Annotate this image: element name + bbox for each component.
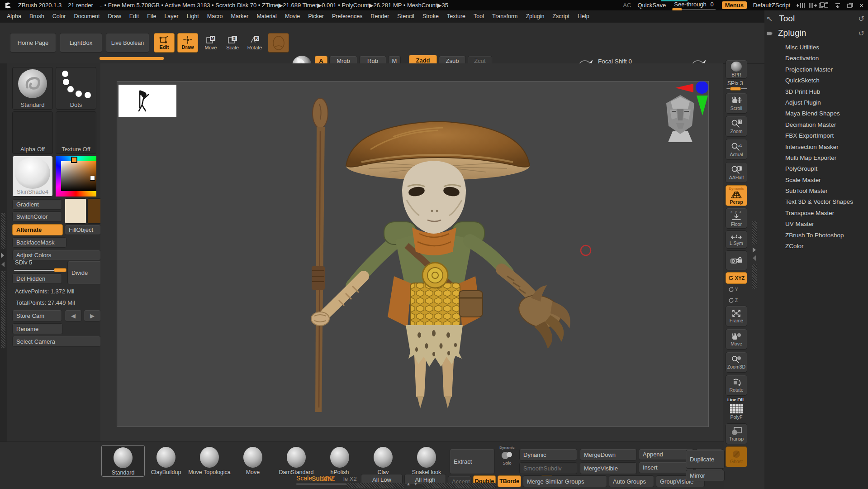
spix-handle[interactable] [730, 87, 741, 91]
alternate-button[interactable]: Alternate [12, 224, 63, 235]
zplugin-menu-item[interactable]: UV Master [764, 219, 868, 230]
polyf-button[interactable]: PolyF [726, 403, 747, 421]
zplugin-menu-item[interactable]: Misc Utilities [764, 42, 868, 53]
zplugin-menu-item[interactable]: PolyGroupIt [764, 163, 868, 174]
mirror-button[interactable]: Mirror [686, 470, 725, 481]
zplugin-menu-item[interactable]: Scale Master [764, 175, 868, 186]
divide-button[interactable]: Divide [67, 261, 102, 284]
menu-item[interactable]: Preferences [328, 10, 366, 23]
lsym-button[interactable]: L.Sym [726, 230, 747, 249]
sculpt-scene[interactable] [117, 82, 708, 427]
extract-button[interactable]: Extract [450, 449, 495, 474]
menu-item[interactable]: Zscript [548, 10, 574, 23]
floor-button[interactable]: x y z Floor [726, 208, 747, 229]
current-stroke-thumb[interactable]: Dots [56, 67, 96, 110]
move3d-button[interactable]: Move [726, 329, 747, 350]
zplugin-palette-title[interactable]: Zplugin [778, 28, 806, 38]
dynamic-subdiv-button[interactable]: Dynamic [519, 449, 577, 460]
transp-button[interactable]: Transp [726, 423, 747, 444]
select-camera-button[interactable]: Select Camera [12, 336, 101, 347]
minimize-button[interactable] [835, 3, 841, 8]
current-material-thumb[interactable]: SkinShade4 [12, 156, 53, 197]
zplugin-refresh-icon[interactable]: ↺ [859, 29, 864, 38]
scroll-down-button[interactable]: ▼ [413, 481, 418, 486]
right-tray-splitter[interactable] [752, 221, 757, 289]
cam-next-button[interactable]: ▶ [84, 310, 101, 321]
canvas-area[interactable] [100, 63, 723, 441]
menu-item[interactable]: File [143, 10, 160, 23]
tool-back-icon[interactable]: ↖ [766, 14, 773, 24]
tray-toggle-icons[interactable] [797, 2, 828, 9]
gradient-button[interactable]: Gradient [12, 199, 62, 210]
menu-item[interactable]: Layer [160, 10, 182, 23]
sdiv-handle[interactable] [54, 268, 66, 272]
mergedown-button[interactable]: MergeDown [580, 449, 637, 460]
solo-block[interactable]: Dynamic Solo [497, 446, 517, 465]
cam-prev-button[interactable]: ◀ [65, 310, 82, 321]
switchcolor-button[interactable]: SwitchColor [12, 211, 62, 222]
live-boolean-button[interactable]: Live Boolean [106, 33, 149, 53]
brush-slot[interactable]: Standard [101, 445, 145, 477]
duplicate-button[interactable]: Duplicate [686, 450, 725, 469]
brush-slot[interactable]: Move [232, 445, 274, 476]
frame-button[interactable]: Frame [726, 306, 747, 326]
menu-item[interactable]: Macro [203, 10, 227, 23]
del-hidden-button[interactable]: Del Hidden [12, 273, 62, 284]
current-alpha-thumb[interactable]: Alpha Off [12, 111, 53, 154]
rotate-z-button[interactable]: Z [728, 297, 738, 303]
brush-slot[interactable]: SnakeHook [405, 445, 448, 476]
menus-button[interactable]: Menus [722, 1, 747, 9]
zplugin-menu-item[interactable]: Maya Blend Shapes [764, 108, 868, 119]
home-page-button[interactable]: Home Page [10, 33, 56, 53]
left-tray-splitter[interactable] [0, 63, 7, 441]
menu-item[interactable]: Help [574, 10, 593, 23]
axis-z-ball[interactable] [696, 82, 708, 94]
rotate-gizmo-button[interactable]: R Rotate [244, 33, 265, 53]
current-texture-thumb[interactable]: Texture Off [56, 111, 96, 154]
zplugin-menu-item[interactable]: Adjust Plugin [764, 97, 868, 108]
rotate-y-button[interactable]: Y [728, 287, 738, 292]
menu-item[interactable]: Stroke [418, 10, 443, 23]
zplugin-menu-item[interactable]: SubTool Master [764, 186, 868, 197]
scale-gizmo-button[interactable]: S Scale [223, 33, 242, 53]
zplugin-menu-item[interactable]: FBX ExportImport [764, 130, 868, 141]
zoom-button[interactable]: Zoom [726, 116, 747, 137]
menu-item[interactable]: Document [70, 10, 104, 23]
zplugin-menu-item[interactable]: Transpose Master [764, 208, 868, 219]
tool-refresh-icon[interactable]: ↺ [859, 14, 864, 23]
zplugin-menu-item[interactable]: ZBrush To Photoshop [764, 230, 868, 241]
menu-item[interactable]: Texture [443, 10, 470, 23]
brush-slot[interactable]: hPolish [318, 445, 361, 476]
menu-item[interactable]: Picker [304, 10, 328, 23]
panel-collapse-arrow[interactable] [753, 255, 756, 261]
main-color-swatch[interactable] [65, 198, 86, 224]
fillobject-button[interactable]: FillObject [65, 225, 101, 235]
zplugin-menu-item[interactable]: Decimation Master [764, 120, 868, 130]
actual-button[interactable]: x1 Actual [726, 139, 747, 160]
quicksave-button[interactable]: QuickSave [637, 2, 666, 9]
tray-collapse-arrow[interactable] [1, 262, 5, 267]
menu-item[interactable]: Material [252, 10, 280, 23]
tool-palette-title[interactable]: Tool [779, 14, 795, 24]
menu-item[interactable]: Render [366, 10, 393, 23]
move-gizmo-button[interactable]: M Move [201, 33, 221, 53]
panel-expand-arrow[interactable] [753, 247, 756, 253]
camera-lock-button[interactable] [726, 250, 747, 270]
close-button[interactable]: × [859, 1, 863, 9]
current-brush-thumb[interactable]: Standard [12, 67, 53, 110]
menu-item[interactable]: Alpha [3, 10, 25, 23]
restore-button[interactable] [847, 3, 853, 8]
tray-expand-arrow[interactable] [1, 253, 4, 258]
menu-item[interactable]: Color [48, 10, 70, 23]
tray-scrollbar[interactable]: ▲ ▼ [346, 483, 496, 488]
brush-slot[interactable]: DamStandard [275, 445, 318, 476]
draw-button[interactable]: Draw [177, 33, 198, 53]
menu-item[interactable]: Stencil [393, 10, 418, 23]
see-through-slider[interactable]: See-through 0 [672, 1, 715, 10]
axis-y-arrow[interactable] [697, 96, 708, 115]
menu-item[interactable]: Tool [470, 10, 488, 23]
zplugin-menu-item[interactable]: Multi Map Exporter [764, 153, 868, 163]
shelf-divider-handle[interactable] [100, 57, 164, 60]
ghost-button[interactable]: Ghost [726, 446, 747, 467]
zplugin-menu-item[interactable]: Projection Master [764, 64, 868, 75]
